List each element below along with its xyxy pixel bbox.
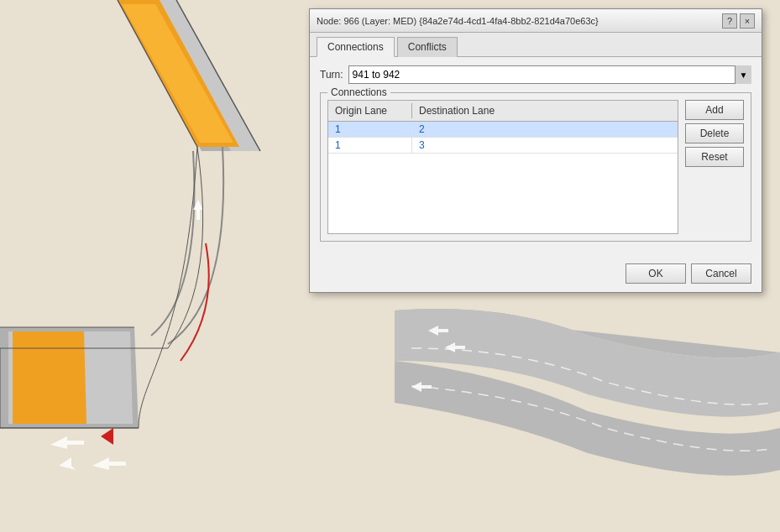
add-button[interactable]: Add: [685, 100, 744, 120]
table-header: Origin Lane Destination Lane: [328, 101, 678, 122]
svg-marker-7: [50, 436, 84, 449]
tab-connections[interactable]: Connections: [317, 37, 395, 57]
svg-marker-10: [101, 428, 113, 445]
turn-label: Turn:: [320, 69, 343, 81]
turn-row: Turn: 941 to 942 ▼: [320, 65, 751, 84]
cell-origin-2: 1: [328, 138, 412, 153]
col-dest-header: Destination Lane: [412, 103, 678, 118]
reset-button[interactable]: Reset: [685, 147, 744, 167]
connections-group-label: Connections: [327, 86, 390, 98]
connections-group: Connections Origin Lane Destination Lane…: [320, 92, 751, 242]
connections-inner: Origin Lane Destination Lane 1 2 1 3: [327, 100, 744, 234]
dialog-titlebar: Node: 966 (Layer: MED) {84a2e74d-4cd1-4f…: [310, 9, 762, 33]
tab-conflicts[interactable]: Conflicts: [397, 37, 458, 57]
col-origin-header: Origin Lane: [328, 103, 412, 118]
delete-button[interactable]: Delete: [685, 123, 744, 143]
svg-marker-6: [13, 331, 86, 424]
table-row[interactable]: 1 2: [328, 122, 678, 138]
turn-select[interactable]: 941 to 942: [348, 65, 751, 84]
help-button[interactable]: ?: [722, 13, 737, 29]
ok-button[interactable]: OK: [626, 263, 686, 284]
dialog-footer: OK Cancel: [310, 258, 762, 292]
cell-origin-1: 1: [328, 122, 412, 137]
action-buttons: Add Delete Reset: [685, 100, 744, 234]
svg-marker-9: [59, 457, 76, 470]
dialog: Node: 966 (Layer: MED) {84a2e74d-4cd1-4f…: [309, 8, 762, 293]
dialog-tabs: Connections Conflicts: [310, 33, 762, 57]
connections-table: Origin Lane Destination Lane 1 2 1 3: [327, 100, 678, 234]
dialog-body: Turn: 941 to 942 ▼ Connections Origin La…: [310, 57, 762, 258]
cancel-button[interactable]: Cancel: [691, 263, 751, 284]
dialog-title: Node: 966 (Layer: MED) {84a2e74d-4cd1-4f…: [317, 16, 720, 26]
cell-dest-2: 3: [412, 138, 678, 153]
table-row[interactable]: 1 3: [328, 138, 678, 154]
cell-dest-1: 2: [412, 122, 678, 137]
svg-marker-8: [92, 457, 126, 470]
turn-select-wrapper: 941 to 942 ▼: [348, 65, 751, 84]
close-button[interactable]: ×: [740, 13, 755, 29]
